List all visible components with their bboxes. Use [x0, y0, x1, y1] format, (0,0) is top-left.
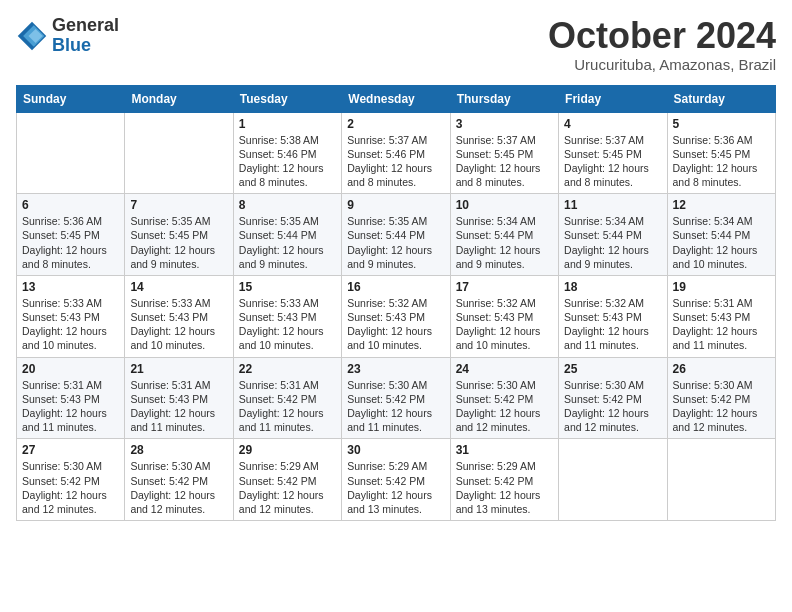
calendar-cell: 6Sunrise: 5:36 AMSunset: 5:45 PMDaylight… [17, 194, 125, 276]
calendar-cell: 14Sunrise: 5:33 AMSunset: 5:43 PMDayligh… [125, 275, 233, 357]
day-info: Sunrise: 5:33 AMSunset: 5:43 PMDaylight:… [239, 296, 336, 353]
day-number: 21 [130, 362, 227, 376]
day-info: Sunrise: 5:31 AMSunset: 5:42 PMDaylight:… [239, 378, 336, 435]
day-number: 6 [22, 198, 119, 212]
logo-blue: Blue [52, 35, 91, 55]
day-info: Sunrise: 5:35 AMSunset: 5:45 PMDaylight:… [130, 214, 227, 271]
calendar-cell: 4Sunrise: 5:37 AMSunset: 5:45 PMDaylight… [559, 112, 667, 194]
calendar-cell: 10Sunrise: 5:34 AMSunset: 5:44 PMDayligh… [450, 194, 558, 276]
calendar-cell: 22Sunrise: 5:31 AMSunset: 5:42 PMDayligh… [233, 357, 341, 439]
day-number: 13 [22, 280, 119, 294]
day-info: Sunrise: 5:30 AMSunset: 5:42 PMDaylight:… [456, 378, 553, 435]
day-info: Sunrise: 5:29 AMSunset: 5:42 PMDaylight:… [239, 459, 336, 516]
day-info: Sunrise: 5:34 AMSunset: 5:44 PMDaylight:… [673, 214, 770, 271]
logo-text: General Blue [52, 16, 119, 56]
day-info: Sunrise: 5:29 AMSunset: 5:42 PMDaylight:… [347, 459, 444, 516]
title-block: October 2024 Urucurituba, Amazonas, Braz… [548, 16, 776, 73]
calendar-week-1: 1Sunrise: 5:38 AMSunset: 5:46 PMDaylight… [17, 112, 776, 194]
calendar-cell: 28Sunrise: 5:30 AMSunset: 5:42 PMDayligh… [125, 439, 233, 521]
day-info: Sunrise: 5:37 AMSunset: 5:46 PMDaylight:… [347, 133, 444, 190]
calendar-cell [559, 439, 667, 521]
calendar-cell: 3Sunrise: 5:37 AMSunset: 5:45 PMDaylight… [450, 112, 558, 194]
calendar-week-5: 27Sunrise: 5:30 AMSunset: 5:42 PMDayligh… [17, 439, 776, 521]
day-info: Sunrise: 5:32 AMSunset: 5:43 PMDaylight:… [347, 296, 444, 353]
header-sunday: Sunday [17, 85, 125, 112]
day-number: 19 [673, 280, 770, 294]
day-info: Sunrise: 5:38 AMSunset: 5:46 PMDaylight:… [239, 133, 336, 190]
day-number: 22 [239, 362, 336, 376]
day-info: Sunrise: 5:35 AMSunset: 5:44 PMDaylight:… [239, 214, 336, 271]
calendar-cell: 5Sunrise: 5:36 AMSunset: 5:45 PMDaylight… [667, 112, 775, 194]
day-number: 9 [347, 198, 444, 212]
day-number: 5 [673, 117, 770, 131]
calendar-cell: 25Sunrise: 5:30 AMSunset: 5:42 PMDayligh… [559, 357, 667, 439]
day-info: Sunrise: 5:37 AMSunset: 5:45 PMDaylight:… [456, 133, 553, 190]
calendar-cell [17, 112, 125, 194]
day-number: 2 [347, 117, 444, 131]
calendar-table: Sunday Monday Tuesday Wednesday Thursday… [16, 85, 776, 521]
header-wednesday: Wednesday [342, 85, 450, 112]
calendar-cell: 16Sunrise: 5:32 AMSunset: 5:43 PMDayligh… [342, 275, 450, 357]
day-info: Sunrise: 5:34 AMSunset: 5:44 PMDaylight:… [456, 214, 553, 271]
header-saturday: Saturday [667, 85, 775, 112]
day-info: Sunrise: 5:32 AMSunset: 5:43 PMDaylight:… [456, 296, 553, 353]
day-number: 8 [239, 198, 336, 212]
day-info: Sunrise: 5:30 AMSunset: 5:42 PMDaylight:… [564, 378, 661, 435]
day-info: Sunrise: 5:30 AMSunset: 5:42 PMDaylight:… [130, 459, 227, 516]
header-tuesday: Tuesday [233, 85, 341, 112]
day-number: 14 [130, 280, 227, 294]
day-info: Sunrise: 5:29 AMSunset: 5:42 PMDaylight:… [456, 459, 553, 516]
day-number: 12 [673, 198, 770, 212]
calendar-week-2: 6Sunrise: 5:36 AMSunset: 5:45 PMDaylight… [17, 194, 776, 276]
logo-icon [16, 20, 48, 52]
header-monday: Monday [125, 85, 233, 112]
location-subtitle: Urucurituba, Amazonas, Brazil [548, 56, 776, 73]
day-info: Sunrise: 5:31 AMSunset: 5:43 PMDaylight:… [22, 378, 119, 435]
calendar-cell: 12Sunrise: 5:34 AMSunset: 5:44 PMDayligh… [667, 194, 775, 276]
day-info: Sunrise: 5:30 AMSunset: 5:42 PMDaylight:… [673, 378, 770, 435]
calendar-cell: 8Sunrise: 5:35 AMSunset: 5:44 PMDaylight… [233, 194, 341, 276]
calendar-cell: 29Sunrise: 5:29 AMSunset: 5:42 PMDayligh… [233, 439, 341, 521]
calendar-cell: 30Sunrise: 5:29 AMSunset: 5:42 PMDayligh… [342, 439, 450, 521]
day-number: 24 [456, 362, 553, 376]
calendar-cell: 24Sunrise: 5:30 AMSunset: 5:42 PMDayligh… [450, 357, 558, 439]
day-number: 10 [456, 198, 553, 212]
calendar-cell: 1Sunrise: 5:38 AMSunset: 5:46 PMDaylight… [233, 112, 341, 194]
calendar-week-3: 13Sunrise: 5:33 AMSunset: 5:43 PMDayligh… [17, 275, 776, 357]
day-info: Sunrise: 5:30 AMSunset: 5:42 PMDaylight:… [347, 378, 444, 435]
day-number: 16 [347, 280, 444, 294]
day-info: Sunrise: 5:31 AMSunset: 5:43 PMDaylight:… [673, 296, 770, 353]
day-info: Sunrise: 5:35 AMSunset: 5:44 PMDaylight:… [347, 214, 444, 271]
day-number: 7 [130, 198, 227, 212]
calendar-cell: 20Sunrise: 5:31 AMSunset: 5:43 PMDayligh… [17, 357, 125, 439]
header-row: Sunday Monday Tuesday Wednesday Thursday… [17, 85, 776, 112]
day-info: Sunrise: 5:33 AMSunset: 5:43 PMDaylight:… [130, 296, 227, 353]
calendar-body: 1Sunrise: 5:38 AMSunset: 5:46 PMDaylight… [17, 112, 776, 520]
calendar-cell: 17Sunrise: 5:32 AMSunset: 5:43 PMDayligh… [450, 275, 558, 357]
logo-general: General [52, 15, 119, 35]
day-number: 29 [239, 443, 336, 457]
calendar-header: Sunday Monday Tuesday Wednesday Thursday… [17, 85, 776, 112]
day-number: 30 [347, 443, 444, 457]
day-number: 15 [239, 280, 336, 294]
day-number: 1 [239, 117, 336, 131]
page-header: General Blue October 2024 Urucurituba, A… [16, 16, 776, 73]
calendar-cell: 2Sunrise: 5:37 AMSunset: 5:46 PMDaylight… [342, 112, 450, 194]
day-number: 25 [564, 362, 661, 376]
calendar-cell: 27Sunrise: 5:30 AMSunset: 5:42 PMDayligh… [17, 439, 125, 521]
day-number: 23 [347, 362, 444, 376]
day-info: Sunrise: 5:33 AMSunset: 5:43 PMDaylight:… [22, 296, 119, 353]
calendar-cell: 26Sunrise: 5:30 AMSunset: 5:42 PMDayligh… [667, 357, 775, 439]
day-number: 4 [564, 117, 661, 131]
calendar-cell [125, 112, 233, 194]
calendar-cell: 31Sunrise: 5:29 AMSunset: 5:42 PMDayligh… [450, 439, 558, 521]
day-number: 3 [456, 117, 553, 131]
day-number: 31 [456, 443, 553, 457]
day-info: Sunrise: 5:32 AMSunset: 5:43 PMDaylight:… [564, 296, 661, 353]
day-info: Sunrise: 5:36 AMSunset: 5:45 PMDaylight:… [22, 214, 119, 271]
day-info: Sunrise: 5:31 AMSunset: 5:43 PMDaylight:… [130, 378, 227, 435]
day-number: 26 [673, 362, 770, 376]
day-number: 28 [130, 443, 227, 457]
day-info: Sunrise: 5:36 AMSunset: 5:45 PMDaylight:… [673, 133, 770, 190]
header-friday: Friday [559, 85, 667, 112]
